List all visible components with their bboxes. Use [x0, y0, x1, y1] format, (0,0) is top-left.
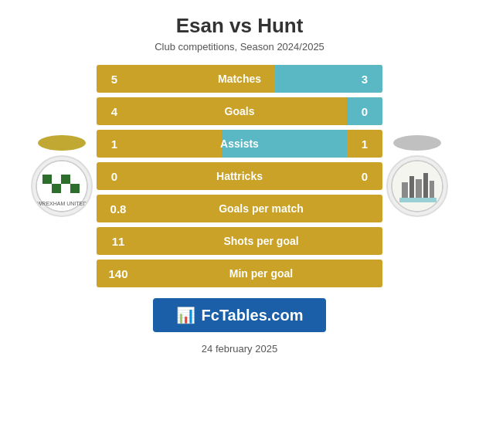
right-team-logo-area: [382, 135, 452, 217]
stat-label-goals: Goals: [132, 105, 347, 117]
date-footer: 24 february 2025: [202, 343, 277, 355]
svg-rect-4: [52, 184, 61, 193]
stat-row-matches: 5 Matches 3: [97, 65, 382, 93]
svg-rect-13: [409, 176, 414, 198]
stat-right-hattricks: 0: [347, 170, 382, 183]
stat-left-shots-per-goal: 11: [97, 235, 140, 248]
svg-rect-14: [416, 179, 422, 198]
stat-label-matches: Matches: [132, 73, 347, 85]
svg-rect-6: [61, 184, 70, 193]
right-logo-oval: [393, 135, 441, 151]
main-content: WREXHAM UNITED 5 Matches 3 4 Goals 0: [8, 65, 471, 287]
stat-right-goals: 0: [347, 105, 382, 118]
stat-label-hattricks: Hattricks: [132, 170, 347, 182]
stat-row-shots-per-goal: 11 Shots per goal: [97, 227, 382, 255]
right-team-logo: [386, 155, 448, 217]
stats-container: 5 Matches 3 4 Goals 0 1 Assists 1: [97, 65, 382, 287]
fctables-banner[interactable]: 📊 FcTables.com: [153, 298, 327, 332]
svg-rect-8: [70, 184, 80, 193]
svg-rect-2: [52, 175, 61, 184]
stat-left-hattricks: 0: [97, 170, 132, 183]
stat-label-shots-per-goal: Shots per goal: [140, 235, 382, 247]
stat-left-min-per-goal: 140: [97, 267, 140, 280]
stat-right-assists: 1: [347, 137, 382, 151]
svg-rect-7: [70, 175, 80, 184]
stat-row-min-per-goal: 140 Min per goal: [97, 260, 382, 287]
stat-left-matches: 5: [97, 73, 132, 86]
stat-label-assists: Assists: [132, 137, 347, 150]
fctables-label: FcTables.com: [202, 307, 304, 324]
stat-label-min-per-goal: Min per goal: [140, 267, 382, 280]
page-subtitle: Club competitions, Season 2024/2025: [155, 41, 324, 53]
svg-rect-15: [423, 173, 428, 198]
stat-row-hattricks: 0 Hattricks 0: [97, 162, 382, 190]
svg-rect-5: [61, 175, 70, 184]
left-team-logo: WREXHAM UNITED: [31, 155, 93, 217]
fctables-icon: 📊: [176, 306, 195, 324]
stat-left-assists: 1: [97, 137, 132, 151]
left-team-logo-area: WREXHAM UNITED: [27, 135, 97, 217]
page: Esan vs Hunt Club competitions, Season 2…: [0, 0, 479, 448]
svg-rect-17: [399, 198, 437, 202]
stat-row-goals-per-match: 0.8 Goals per match: [97, 195, 382, 222]
stat-right-matches: 3: [347, 73, 382, 86]
svg-text:WREXHAM UNITED: WREXHAM UNITED: [37, 201, 87, 206]
stat-row-goals: 4 Goals 0: [97, 97, 382, 125]
stat-left-goals: 4: [97, 105, 132, 118]
stat-label-goals-per-match: Goals per match: [140, 202, 382, 215]
svg-rect-3: [42, 184, 52, 193]
stat-left-goals-per-match: 0.8: [97, 202, 140, 216]
svg-rect-1: [42, 175, 52, 184]
page-title: Esan vs Hunt: [176, 14, 304, 38]
stat-row-assists: 1 Assists 1: [97, 130, 382, 158]
svg-rect-16: [430, 181, 434, 198]
svg-rect-12: [402, 182, 408, 198]
left-logo-oval: [38, 135, 86, 151]
